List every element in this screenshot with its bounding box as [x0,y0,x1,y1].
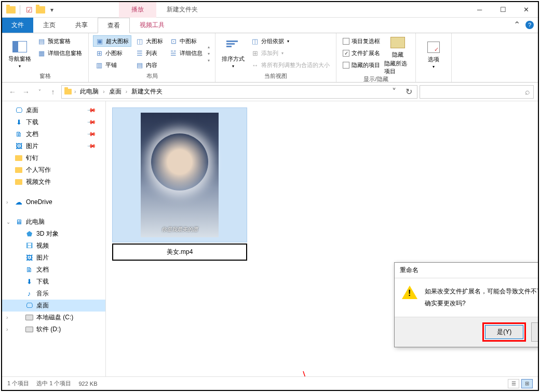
new-folder-icon[interactable] [36,5,45,15]
layout-more-icon[interactable]: ▾ [207,57,211,64]
chevron-right-icon[interactable]: › [73,88,77,96]
collapse-icon[interactable]: ⌄ [6,219,10,225]
nav-pane-label: 导航窗格 [8,55,31,63]
sidebar-item-documents-pc[interactable]: 🗎文档 [2,264,105,276]
extra-large-icons-button[interactable]: ▣超大图标 [93,35,131,47]
video-thumbnail: 你是我最美的愿 [112,107,247,242]
sidebar-item-pictures-pc[interactable]: 🖼图片 [2,252,105,264]
tab-view[interactable]: 查看 [98,18,130,33]
layout-group-label: 布局 [93,72,211,80]
picture-icon: 🖼 [25,254,33,262]
content-button[interactable]: ▤内容 [133,59,165,71]
size-columns-button[interactable]: ↔将所有列调整为合适的大小 [249,59,332,71]
thumbnails-view-button[interactable]: ⊞ [521,379,533,388]
large-icons-button[interactable]: ◫大图标 [133,35,165,47]
sidebar-item-this-pc[interactable]: ⌄🖥此电脑 [2,216,105,228]
address-bar[interactable]: › 此电脑 › 桌面 › 新建文件夹 ˅ ↻ [61,85,417,99]
sidebar-item-downloads-pc[interactable]: ⬇下载 [2,276,105,288]
tab-home[interactable]: 主页 [33,18,65,33]
sidebar-item-writing[interactable]: 个人写作 [2,164,105,176]
expand-icon[interactable]: › [6,327,8,332]
tab-file[interactable]: 文件 [2,18,33,33]
expand-icon[interactable]: › [6,315,8,320]
search-icon[interactable]: ⌕ [525,87,530,97]
group-by-button[interactable]: ◫分组依据▾ [249,35,332,47]
folder-icon [15,178,23,186]
sidebar-item-desktop-pc[interactable]: 🖵桌面 [2,300,105,312]
no-button[interactable]: 否(N) [531,322,538,342]
preview-pane-button[interactable]: ▤预览窗格 [35,35,84,47]
sort-by-button[interactable]: 排序方式 ▾ [220,35,247,72]
details-icon: ☱ [169,49,178,57]
sidebar-item-documents[interactable]: 🗎文档📌 [2,128,105,140]
details-view-button[interactable]: ☰ [508,379,519,388]
pc-icon: 🖥 [15,218,23,226]
address-dropdown-icon[interactable]: ˅ [388,86,400,98]
tab-video-tools[interactable]: 视频工具 [130,18,174,33]
item-count: 1 个项目 [7,380,29,387]
item-checkboxes-toggle[interactable]: 项目复选框 [341,35,382,47]
collapse-ribbon-icon[interactable]: ⌃ [514,20,520,30]
chevron-right-icon[interactable]: › [102,88,105,96]
sidebar-item-music[interactable]: ♪音乐 [2,288,105,300]
sidebar-item-dingding[interactable]: 钉钉 [2,152,105,164]
sidebar-item-drive-c[interactable]: ›本地磁盘 (C:) [2,312,105,323]
checkbox-icon [343,38,349,45]
sidebar-item-onedrive[interactable]: ›☁OneDrive [2,196,105,208]
hidden-items-toggle[interactable]: 隐藏的项目 [341,59,382,71]
sidebar-item-videos[interactable]: 🎞视频 [2,240,105,252]
add-columns-button[interactable]: ⊞添加列▾ [249,47,332,59]
layout-scroll-up-icon[interactable]: ▴ [207,44,211,50]
folder-icon [15,166,23,174]
show-hide-group-label: 显示/隐藏 [341,75,411,83]
tab-share[interactable]: 共享 [65,18,98,33]
video-icon: 🎞 [25,242,33,250]
search-input[interactable] [423,88,525,96]
sidebar-item-drive-d[interactable]: ›软件 (D:) [2,323,105,335]
hide-selected-button[interactable]: 隐藏 隐藏所选项目 [384,35,411,75]
sidebar-item-3d[interactable]: ⬟3D 对象 [2,228,105,240]
recent-dropdown[interactable]: ˅ [33,86,46,98]
document-icon: 🗎 [15,130,23,139]
drive-icon [25,314,33,322]
breadcrumb-desktop[interactable]: 桌面 [107,87,124,96]
qat-dropdown-icon[interactable]: ▾ [47,5,57,15]
chevron-right-icon[interactable]: › [125,88,128,96]
search-box[interactable]: ⌕ [420,85,534,99]
sidebar-item-downloads[interactable]: ⬇下载📌 [2,116,105,128]
options-button[interactable]: 选项 ▾ [420,35,447,74]
rename-dialog: 重命名 如果改变文件扩展名，可能会导致文件不可用。 确实要更改吗? 是(Y) 否… [394,262,538,347]
medium-icons-button[interactable]: ⊡中图标 [167,35,205,47]
tiles-button[interactable]: ▥平铺 [93,59,131,71]
nav-pane-button[interactable]: 导航窗格 ▾ [6,35,33,72]
small-icons-button[interactable]: ⊞小图标 [93,47,131,59]
forward-button[interactable]: → [20,86,32,98]
breadcrumb-this-pc[interactable]: 此电脑 [78,87,101,96]
yes-button[interactable]: 是(Y) [485,325,523,339]
expand-icon[interactable]: › [6,199,8,205]
file-item[interactable]: 你是我最美的愿 美女.mp4 [112,107,247,261]
close-button[interactable]: ✕ [515,2,538,18]
file-name-edit[interactable]: 美女.mp4 [112,244,247,261]
preview-pane-icon: ▤ [37,37,46,45]
title-bar: ☑ ▾ 播放 新建文件夹 ─ ☐ ✕ [2,2,538,18]
properties-icon[interactable]: ☑ [24,5,34,15]
back-button[interactable]: ← [6,86,19,98]
maximize-button[interactable]: ☐ [491,2,515,18]
sidebar-item-desktop[interactable]: 🖵桌面📌 [2,104,105,116]
sidebar-item-video-files[interactable]: 视频文件 [2,176,105,188]
list-button[interactable]: ☰列表 [133,47,165,59]
refresh-button[interactable]: ↻ [402,86,415,98]
minimize-button[interactable]: ─ [468,2,491,18]
file-ext-toggle[interactable]: ✓文件扩展名 [341,47,382,59]
download-icon: ⬇ [25,278,33,286]
details-button[interactable]: ☱详细信息 [167,47,205,59]
file-list-area[interactable]: 你是我最美的愿 美女.mp4 修改后缀名 重命名 如果改变文件扩展名，可能会导致… [106,101,538,376]
sidebar-item-pictures[interactable]: 🖼图片📌 [2,140,105,152]
help-icon[interactable]: ? [525,21,534,29]
details-pane-button[interactable]: ▦详细信息窗格 [35,47,84,59]
breadcrumb-folder[interactable]: 新建文件夹 [129,87,165,96]
up-button[interactable]: ↑ [47,86,59,98]
layout-scroll-down-icon[interactable]: ▾ [207,50,211,57]
dropdown-icon: ▾ [19,64,21,69]
